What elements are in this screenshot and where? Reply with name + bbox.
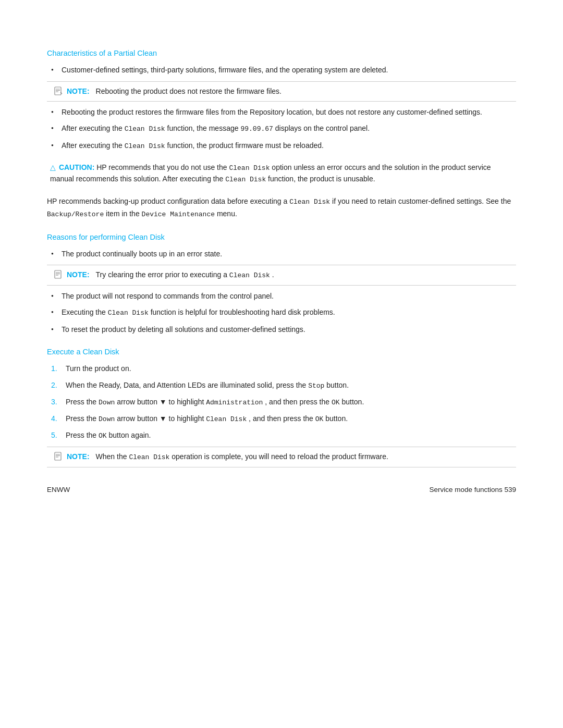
info-paragraph: HP recommends backing-up product configu… [47, 195, 516, 220]
reasons-bullet-list: The product continually boots up in an e… [47, 249, 516, 260]
inline-mono: Clean Disk [125, 125, 165, 133]
note-icon [53, 451, 64, 462]
caution-label: CAUTION: [59, 163, 94, 171]
note-text: Try clearing the error prior to executin… [96, 269, 274, 281]
note-label: NOTE: [67, 86, 90, 97]
note-box-clean-disk-complete: NOTE: When the Clean Disk operation is c… [47, 447, 516, 467]
svg-rect-8 [55, 452, 61, 460]
list-item: Rebooting the product restores the firmw… [47, 107, 516, 118]
list-item: Turn the product on. [47, 363, 516, 375]
characteristics-bullet-list: Customer-defined settings, third‑party s… [47, 65, 516, 76]
reasons-bullet-list-2: The product will not respond to commands… [47, 291, 516, 336]
note-icon [53, 269, 64, 280]
list-item: The product continually boots up in an e… [47, 249, 516, 260]
note-box-rebooting: NOTE: Rebooting the product does not res… [47, 81, 516, 102]
caution-text: HP recommends that you do not use the Cl… [50, 163, 491, 183]
list-item: After executing the Clean Disk function,… [47, 123, 516, 134]
list-item: To reset the product by deleting all sol… [47, 324, 516, 336]
section-title-characteristics: Characteristics of a Partial Clean [47, 49, 516, 57]
note-text: When the Clean Disk operation is complet… [96, 451, 388, 463]
note-box-try-clearing: NOTE: Try clearing the error prior to ex… [47, 265, 516, 286]
svg-rect-4 [55, 270, 61, 278]
list-item: Press the Down arrow button ▼ to highlig… [47, 413, 516, 425]
section-title-execute: Execute a Clean Disk [47, 348, 516, 356]
inline-mono: Clean Disk [125, 142, 165, 150]
page-container: Characteristics of a Partial Clean Custo… [0, 0, 563, 514]
caution-box: △ CAUTION: HP recommends that you do not… [47, 159, 516, 188]
section-title-reasons: Reasons for performing Clean Disk [47, 233, 516, 241]
inline-mono: 99.09.67 [240, 125, 273, 133]
caution-triangle-icon: △ [50, 163, 56, 171]
list-item: Customer-defined settings, third‑party s… [47, 65, 516, 76]
list-item: When the Ready, Data, and Attention LEDs… [47, 380, 516, 391]
characteristics-bullet-list-2: Rebooting the product restores the firmw… [47, 107, 516, 152]
note-label: NOTE: [67, 451, 90, 462]
note-text: Rebooting the product does not restore t… [96, 86, 282, 97]
svg-rect-0 [55, 87, 61, 95]
list-item: Press the Down arrow button ▼ to highlig… [47, 397, 516, 408]
note-label: NOTE: [67, 269, 90, 280]
list-item: Press the OK button again. [47, 430, 516, 441]
list-item: After executing the Clean Disk function,… [47, 140, 516, 152]
footer-right: Service mode functions 539 [429, 486, 516, 493]
list-item: Executing the Clean Disk function is hel… [47, 307, 516, 318]
list-item: The product will not respond to commands… [47, 291, 516, 302]
note-icon [53, 86, 64, 96]
page-footer: ENWW Service mode functions 539 [47, 486, 516, 493]
execute-steps-list: Turn the product on. When the Ready, Dat… [47, 363, 516, 441]
footer-left: ENWW [47, 486, 70, 493]
